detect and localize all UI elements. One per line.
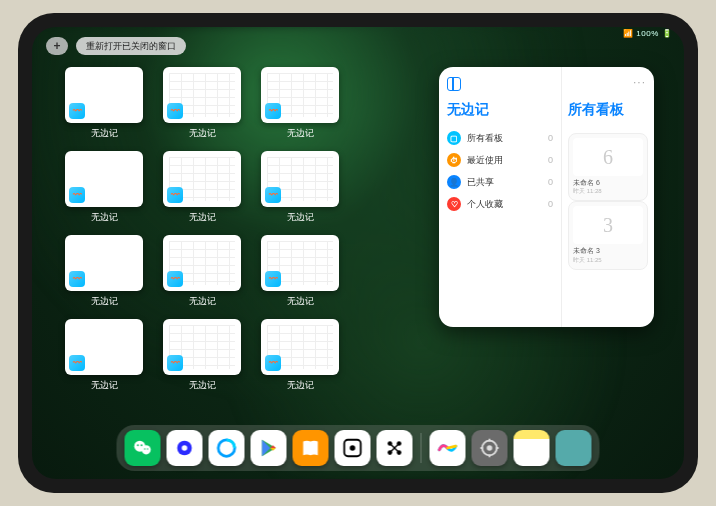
panel-sidebar: 无边记 ▢ 所有看板 0⏱ 最近使用 0👤 已共享 0♡ 个人收藏 0: [439, 67, 562, 327]
window-grid: 〰 无边记 〰 无边记 〰 无边记 〰 无边记 〰 无边记 〰 无边记 〰 无边…: [62, 67, 419, 419]
category-label: 已共享: [467, 176, 494, 189]
window-thumb[interactable]: 〰 无边记: [160, 151, 244, 227]
board-sketch: 3: [573, 206, 643, 244]
status-bar: 📶 100% 🔋: [623, 29, 672, 38]
window-thumb[interactable]: 〰 无边记: [62, 151, 146, 227]
category-label: 个人收藏: [467, 198, 503, 211]
category-icon: ♡: [447, 197, 461, 211]
dock-notes-icon[interactable]: [514, 430, 550, 466]
thumb-label: 无边记: [91, 211, 118, 224]
board-tile[interactable]: 3 未命名 3 昨天 11:25: [568, 201, 648, 269]
category-count: 0: [548, 177, 553, 187]
freeform-icon: 〰: [69, 355, 85, 371]
thumb-preview: 〰: [65, 67, 143, 123]
svg-point-5: [147, 448, 148, 449]
thumb-label: 无边记: [91, 379, 118, 392]
svg-point-3: [141, 444, 143, 446]
freeform-icon: 〰: [69, 103, 85, 119]
dock-books-icon[interactable]: [293, 430, 329, 466]
freeform-icon: 〰: [167, 271, 183, 287]
dock-separator: [421, 433, 422, 463]
category-icon: ▢: [447, 131, 461, 145]
panel-title: 无边记: [447, 101, 553, 119]
window-thumb[interactable]: 〰 无边记: [258, 67, 342, 143]
thumb-preview: 〰: [65, 235, 143, 291]
board-name: 未命名 6: [573, 179, 643, 187]
svg-point-4: [144, 448, 145, 449]
reopen-closed-window-button[interactable]: 重新打开已关闭的窗口: [76, 37, 186, 55]
svg-point-10: [350, 445, 356, 451]
window-thumb[interactable]: 〰 无边记: [160, 235, 244, 311]
thumb-preview: 〰: [65, 319, 143, 375]
dock-play-icon[interactable]: [251, 430, 287, 466]
boards-title: 所有看板: [568, 101, 648, 119]
thumb-label: 无边记: [287, 295, 314, 308]
dock-wechat-icon[interactable]: [125, 430, 161, 466]
freeform-split-panel[interactable]: ··· 无边记 ▢ 所有看板 0⏱ 最近使用 0👤 已共享 0♡ 个人收藏 0 …: [439, 67, 654, 327]
sidebar-toggle-icon[interactable]: [447, 77, 461, 91]
thumb-label: 无边记: [189, 127, 216, 140]
panel-boards: 所有看板 6 未命名 6 昨天 11:283 未命名 3 昨天 11:25: [562, 67, 654, 327]
thumb-label: 无边记: [189, 295, 216, 308]
dock-settings-icon[interactable]: [472, 430, 508, 466]
window-thumb[interactable]: 〰 无边记: [160, 319, 244, 395]
dock-dot-app-icon[interactable]: [335, 430, 371, 466]
category-row[interactable]: 👤 已共享 0: [447, 171, 553, 193]
window-thumb[interactable]: 〰 无边记: [62, 235, 146, 311]
thumb-preview: 〰: [163, 319, 241, 375]
thumb-preview: 〰: [163, 151, 241, 207]
dock-freeform-icon[interactable]: [430, 430, 466, 466]
thumb-label: 无边记: [189, 211, 216, 224]
svg-point-1: [142, 445, 151, 454]
dock-app-library-icon[interactable]: [556, 430, 592, 466]
thumb-label: 无边记: [287, 379, 314, 392]
category-label: 最近使用: [467, 154, 503, 167]
thumb-preview: 〰: [163, 235, 241, 291]
thumb-preview: 〰: [261, 67, 339, 123]
svg-point-18: [487, 445, 493, 451]
top-controls: + 重新打开已关闭的窗口: [46, 37, 186, 55]
thumb-label: 无边记: [189, 379, 216, 392]
category-icon: 👤: [447, 175, 461, 189]
thumb-preview: 〰: [261, 319, 339, 375]
window-thumb[interactable]: 〰 无边记: [258, 319, 342, 395]
thumb-preview: 〰: [65, 151, 143, 207]
window-thumb[interactable]: 〰 无边记: [258, 151, 342, 227]
freeform-icon: 〰: [69, 187, 85, 203]
category-row[interactable]: ♡ 个人收藏 0: [447, 193, 553, 215]
window-thumb[interactable]: 〰 无边记: [62, 67, 146, 143]
dock: [117, 425, 600, 471]
thumb-preview: 〰: [163, 67, 241, 123]
freeform-icon: 〰: [69, 271, 85, 287]
category-row[interactable]: ▢ 所有看板 0: [447, 127, 553, 149]
freeform-icon: 〰: [265, 187, 281, 203]
window-thumb[interactable]: 〰 无边记: [160, 67, 244, 143]
board-tile[interactable]: 6 未命名 6 昨天 11:28: [568, 133, 648, 201]
category-label: 所有看板: [467, 132, 503, 145]
thumb-label: 无边记: [91, 295, 118, 308]
thumb-preview: 〰: [261, 235, 339, 291]
dock-quark-icon[interactable]: [167, 430, 203, 466]
window-thumb[interactable]: 〰 无边记: [62, 319, 146, 395]
more-icon[interactable]: ···: [633, 75, 646, 89]
category-row[interactable]: ⏱ 最近使用 0: [447, 149, 553, 171]
thumb-label: 无边记: [287, 211, 314, 224]
thumb-label: 无边记: [91, 127, 118, 140]
dock-qqbrowser-icon[interactable]: [209, 430, 245, 466]
freeform-icon: 〰: [167, 103, 183, 119]
freeform-icon: 〰: [265, 355, 281, 371]
thumb-preview: 〰: [261, 151, 339, 207]
device-frame: 📶 100% 🔋 + 重新打开已关闭的窗口 〰 无边记 〰 无边记 〰 无边记 …: [18, 13, 698, 493]
window-thumb[interactable]: 〰 无边记: [258, 235, 342, 311]
dock-dots-app-icon[interactable]: [377, 430, 413, 466]
freeform-icon: 〰: [265, 103, 281, 119]
freeform-icon: 〰: [167, 187, 183, 203]
screen: 📶 100% 🔋 + 重新打开已关闭的窗口 〰 无边记 〰 无边记 〰 无边记 …: [32, 27, 684, 479]
board-time: 昨天 11:28: [573, 187, 643, 196]
new-window-button[interactable]: +: [46, 37, 68, 55]
freeform-icon: 〰: [167, 355, 183, 371]
category-count: 0: [548, 155, 553, 165]
workspace: 〰 无边记 〰 无边记 〰 无边记 〰 无边记 〰 无边记 〰 无边记 〰 无边…: [62, 67, 654, 419]
category-count: 0: [548, 199, 553, 209]
category-icon: ⏱: [447, 153, 461, 167]
